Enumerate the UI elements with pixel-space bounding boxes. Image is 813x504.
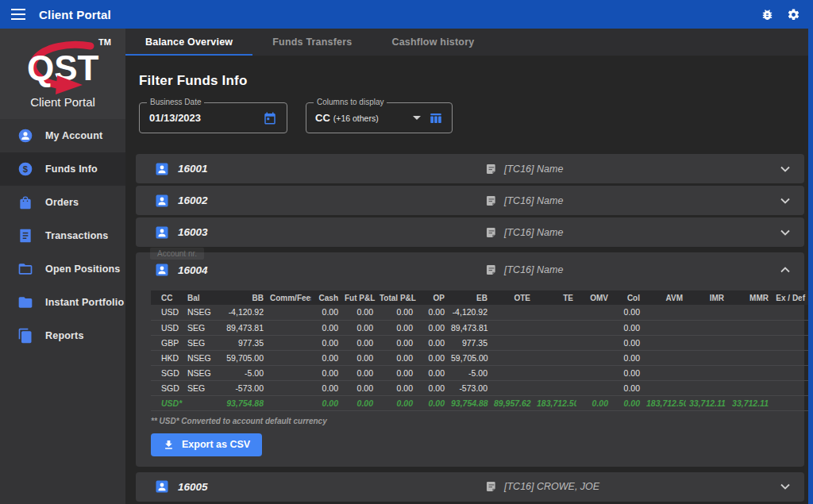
sidebar-item-reports[interactable]: Reports (0, 319, 125, 352)
content-area: Filter Funds Info Business Date 01/13/20… (125, 56, 813, 504)
tab-balance-overview[interactable]: Balance Overview (125, 29, 252, 56)
column-header-comm-fees: Comm/Fees (267, 290, 311, 305)
sidebar-item-open-positions[interactable]: Open Positions (0, 252, 125, 286)
account-number: 16003 (178, 226, 208, 238)
sidebar-item-label: Funds Info (45, 164, 98, 175)
tab-cashflow-history[interactable]: Cashflow history (372, 29, 494, 56)
sidebar: QST TM Client Portal My Account$Funds In… (0, 29, 125, 504)
columns-value: CC (315, 112, 330, 124)
column-header-fut-p-l: Fut P&L (341, 290, 376, 305)
account-box-icon (155, 225, 169, 240)
settings-icon[interactable] (787, 8, 800, 21)
note-icon (485, 264, 498, 276)
account-row-16004[interactable]: 16004[TC16] Name (136, 252, 804, 287)
export-csv-button[interactable]: Export as CSV (151, 433, 262, 456)
funds-row: SGDNSEG-5.000.000.000.000.00-5.000.00 (151, 365, 808, 380)
column-header-te: TE (534, 290, 576, 305)
sidebar-item-my-account[interactable]: My Account (0, 119, 125, 152)
account-name: [TC16] Name (504, 227, 563, 238)
sidebar-item-transactions[interactable]: Transactions (0, 219, 125, 252)
column-header-imr: IMR (686, 290, 727, 305)
sidebar-item-label: Transactions (45, 230, 109, 241)
chevron-down-icon[interactable] (780, 229, 790, 236)
sidebar-item-label: Reports (45, 330, 84, 341)
app-title: Client Portal (39, 8, 111, 21)
account-row-16003[interactable]: 16003[TC16] Name (136, 217, 804, 247)
page-title: Filter Funds Info (139, 73, 813, 89)
app-root: Client Portal QST TM Client Portal My Ac… (0, 0, 813, 504)
sidebar-item-funds-info[interactable]: $Funds Info (0, 152, 125, 186)
column-header-omv: OMV (576, 290, 611, 305)
folder-open-icon (17, 261, 33, 277)
view-columns-icon[interactable] (429, 111, 443, 125)
page-scrollbar[interactable] (808, 29, 813, 504)
account-name: [TC16] CROWE, JOE (504, 481, 599, 492)
business-date-field[interactable]: Business Date 01/13/2023 (139, 102, 287, 133)
chevron-down-icon[interactable] (780, 166, 790, 172)
calendar-icon[interactable] (263, 111, 277, 125)
column-header-ote: OTE (491, 290, 534, 305)
caret-down-icon[interactable] (413, 116, 421, 120)
shopping-bag-icon (17, 194, 33, 210)
account-name-group: [TC16] CROWE, JOE (485, 480, 599, 493)
account-panel-16004: Account nr.16004[TC16] NameCCBalBBComm/F… (136, 252, 804, 467)
account-box-icon (155, 263, 169, 277)
business-date-label: Business Date (147, 98, 204, 106)
account-nr-tooltip: Account nr. (150, 248, 204, 260)
business-date-value: 01/13/2023 (149, 112, 201, 124)
sidebar-item-orders[interactable]: Orders (0, 186, 125, 219)
funds-row: USDSEG89,473.810.000.000.000.0089,473.81… (151, 320, 808, 335)
account-row-16005[interactable]: 16005[TC16] CROWE, JOE (136, 472, 804, 502)
tab-bar: Balance OverviewFunds TransfersCashflow … (125, 29, 813, 56)
account-number: 16001 (178, 163, 208, 175)
funds-total-row: USD*93,754.880.000.000.000.0093,754.8889… (151, 395, 808, 410)
download-icon (163, 439, 175, 451)
sidebar-item-label: Open Positions (45, 264, 120, 275)
account-number: 16005 (178, 481, 208, 493)
columns-select[interactable]: Columns to display CC (+16 others) (306, 102, 453, 133)
dollar-circle-icon: $ (17, 161, 33, 177)
chevron-up-icon[interactable] (780, 267, 790, 273)
export-csv-label: Export as CSV (182, 439, 250, 450)
account-row-16002[interactable]: 16002[TC16] Name (136, 186, 804, 215)
sidebar-item-label: Orders (45, 197, 79, 208)
column-header-bal: Bal (184, 290, 221, 305)
funds-row: HKDNSEG59,705.000.000.000.000.0059,705.0… (151, 350, 808, 365)
sidebar-item-label: Instant Portfolio (45, 297, 124, 308)
account-name: [TC16] Name (504, 164, 563, 175)
filter-fields: Business Date 01/13/2023 Columns to disp… (139, 102, 813, 133)
account-name-group: [TC16] Name (485, 194, 563, 207)
column-header-mmr: MMR (727, 290, 772, 305)
folder-icon (17, 294, 33, 310)
account-box-icon (155, 194, 169, 208)
topbar: Client Portal (0, 0, 813, 29)
account-name-group: [TC16] Name (485, 163, 563, 175)
column-header-cash: Cash (311, 290, 341, 305)
column-header-avm: AVM (643, 290, 686, 305)
account-name: [TC16] Name (504, 195, 563, 206)
account-number: 16004 (178, 264, 208, 276)
sidebar-item-instant-portfolio[interactable]: Instant Portfolio (0, 286, 125, 319)
chevron-down-icon[interactable] (780, 198, 790, 204)
columns-extra: (+16 others) (333, 113, 379, 123)
columns-label: Columns to display (314, 98, 387, 106)
account-row-16001[interactable]: 16001[TC16] Name (136, 154, 804, 183)
chevron-down-icon[interactable] (780, 483, 790, 490)
svg-text:$: $ (23, 164, 29, 174)
tab-funds-transfers[interactable]: Funds Transfers (252, 29, 372, 56)
account-number: 16002 (178, 194, 208, 206)
note-icon (485, 480, 498, 493)
currency-footnote: ** USD* Converted to account default cur… (151, 417, 804, 425)
funds-row: SGDSEG-573.000.000.000.000.00-573.000.00 (151, 380, 808, 395)
account-box-icon (155, 162, 169, 176)
column-header-col: Col (611, 290, 643, 305)
account-box-icon (155, 479, 169, 494)
file-copy-icon (17, 328, 33, 344)
bug-report-icon[interactable] (761, 8, 774, 21)
menu-icon[interactable] (11, 9, 25, 20)
logo-tm: TM (98, 37, 111, 47)
qst-logo: QST TM Client Portal (0, 29, 125, 119)
receipt-icon (17, 228, 33, 244)
account-name-group: [TC16] Name (485, 226, 563, 239)
column-header-total-p-l: Total P&L (376, 290, 416, 305)
